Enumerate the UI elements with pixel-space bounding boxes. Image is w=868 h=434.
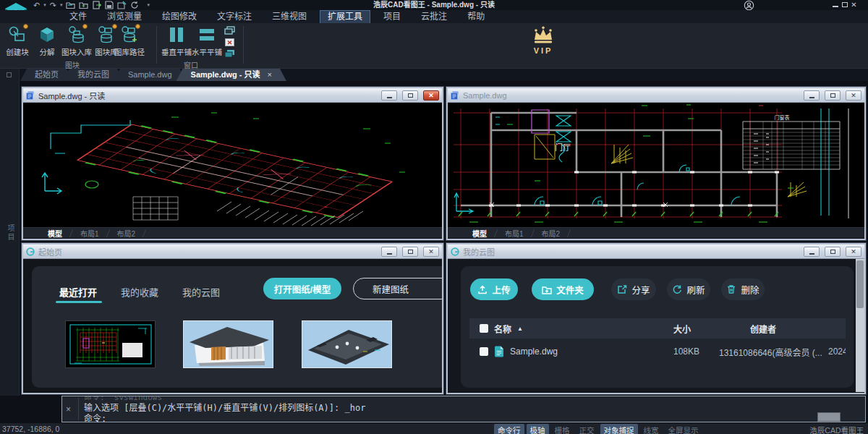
- w2-tab-layout2[interactable]: 布局2: [536, 228, 566, 239]
- w2-title-bar[interactable]: Sample.dwg ✕: [448, 88, 864, 103]
- w3-minimize-icon[interactable]: [381, 247, 397, 257]
- command-window[interactable]: × 命令: _syswindows 输入选项 [层叠(C)/水平平铺(H)/垂直…: [61, 396, 866, 422]
- upload-button[interactable]: 上传: [470, 278, 518, 300]
- create-block-button[interactable]: 创建块: [3, 25, 32, 59]
- w2-restore-icon[interactable]: [825, 90, 841, 101]
- block-to-library-button[interactable]: 图块入库: [62, 25, 91, 59]
- panel-pin-icon[interactable]: [7, 72, 12, 77]
- child-window-sample[interactable]: Sample.dwg ✕ 门窗表: [446, 87, 866, 240]
- menu-text-annotate[interactable]: 文字标注: [210, 11, 259, 23]
- menu-draw-modify[interactable]: 绘图修改: [155, 11, 204, 23]
- command-close-icon[interactable]: ×: [66, 404, 71, 414]
- open-drawing-button[interactable]: 打开图纸/模型: [263, 278, 341, 299]
- dwg-doc-icon: [451, 91, 459, 100]
- cascade-windows-icon[interactable]: [224, 26, 235, 35]
- cad-canvas-axonometric[interactable]: 模型 布局1 布局2: [23, 103, 442, 238]
- project-panel-tab[interactable]: 项目: [5, 224, 16, 242]
- cloud-file-row[interactable]: Sample.dwg 108KB 13161086646(高级会员 (... 2…: [469, 339, 846, 365]
- close-icon[interactable]: ✕: [849, 1, 859, 9]
- quick-access-toolbar: ↶ ▾ ↷ ▾ ▾: [33, 0, 150, 10]
- redo-caret-icon[interactable]: ▾: [60, 1, 63, 9]
- command-scrollbar-thumb[interactable]: [817, 412, 841, 422]
- w2-close-icon[interactable]: ✕: [846, 90, 861, 101]
- w1-tab-layout2[interactable]: 布局2: [111, 228, 142, 239]
- minimize-icon[interactable]: [830, 1, 840, 9]
- w2-tab-model[interactable]: 模型: [467, 228, 493, 239]
- undo-icon[interactable]: ↶: [33, 1, 40, 9]
- account-icon[interactable]: [744, 0, 754, 11]
- menu-project[interactable]: 项目: [376, 11, 408, 23]
- menu-help[interactable]: 帮助: [460, 11, 492, 23]
- toolbar-options-icon[interactable]: ▾: [147, 1, 150, 9]
- toggle-osnap[interactable]: 对象捕捉: [600, 424, 638, 434]
- command-input-line[interactable]: 命令:: [84, 412, 106, 424]
- row-checkbox[interactable]: [480, 347, 488, 356]
- undo-caret-icon[interactable]: ▾: [43, 1, 46, 9]
- menu-cloud-annotate[interactable]: 云批注: [414, 11, 454, 23]
- arrange-icons-icon[interactable]: [224, 49, 235, 59]
- share-button[interactable]: 分享: [611, 278, 656, 300]
- maximize-icon[interactable]: [840, 1, 849, 9]
- recent-thumbnail-model[interactable]: [302, 320, 392, 368]
- cloud-scrollbar-thumb[interactable]: [856, 260, 864, 308]
- toggle-command-line[interactable]: 命令行: [494, 424, 524, 434]
- w4-close-icon[interactable]: ✕: [846, 247, 861, 257]
- w1-minimize-icon[interactable]: [381, 90, 397, 101]
- toggle-fullscreen[interactable]: 全屏显示: [665, 424, 702, 434]
- w3-close-icon[interactable]: ✕: [423, 247, 439, 257]
- menu-extended-tools[interactable]: 扩展工具: [320, 10, 370, 24]
- new-drawing-button[interactable]: 新建图纸: [353, 278, 442, 299]
- redo-icon[interactable]: ↷: [50, 1, 56, 9]
- recent-thumbnail-plan[interactable]: [65, 320, 156, 368]
- menu-browse-measure[interactable]: 浏览测量: [100, 11, 149, 23]
- import-file-icon[interactable]: [79, 1, 88, 9]
- menu-3d-view[interactable]: 三维视图: [265, 11, 314, 23]
- delete-button[interactable]: 删除: [721, 278, 765, 300]
- vip-button[interactable]: VIP: [527, 26, 560, 55]
- cad-canvas-plan[interactable]: 门窗表 门厅 模型 布局1 布局2: [448, 103, 864, 238]
- w1-title-bar[interactable]: Sample.dwg - 只读 ✕: [23, 88, 442, 103]
- refresh-button[interactable]: 刷新: [667, 278, 710, 300]
- menu-file[interactable]: 文件: [62, 11, 94, 23]
- tile-vertical-button[interactable]: 垂直平铺: [162, 25, 191, 59]
- w1-restore-icon[interactable]: [402, 90, 418, 101]
- export-file-icon[interactable]: [92, 1, 101, 9]
- child-window-mycloud[interactable]: 我的云图 ✕ 上传 文件夹 分享: [446, 243, 866, 394]
- toggle-ortho[interactable]: 正交: [576, 424, 598, 434]
- select-all-checkbox[interactable]: [480, 324, 488, 333]
- save-as-icon[interactable]: [117, 1, 127, 9]
- cloud-table-header[interactable]: 名称 ▲ 大小 创建者: [469, 318, 846, 339]
- cloud-scrollbar[interactable]: [856, 259, 864, 392]
- w4-restore-icon[interactable]: [825, 247, 841, 257]
- recent-thumbnail-building[interactable]: [183, 320, 273, 368]
- save-icon[interactable]: [105, 1, 114, 9]
- refresh-file-icon[interactable]: [130, 1, 139, 9]
- toggle-lineweight[interactable]: 线宽: [640, 424, 663, 434]
- explode-button[interactable]: 分解: [33, 25, 61, 59]
- child-window-startpage[interactable]: 起始页 ✕ 最近打开 我的收藏 我的云图 打开图纸/模型 新建图纸: [22, 243, 443, 394]
- w4-minimize-icon[interactable]: [804, 247, 820, 257]
- w3-title-bar[interactable]: 起始页 ✕: [23, 244, 442, 259]
- doc-tab-sample-readonly[interactable]: Sample.dwg - 只读×: [176, 69, 286, 81]
- tab-close-icon[interactable]: ×: [268, 70, 272, 79]
- toggle-polar[interactable]: 极轴: [527, 424, 549, 434]
- toggle-grid[interactable]: 栅格: [551, 424, 574, 434]
- sort-asc-icon[interactable]: ▲: [517, 326, 523, 332]
- tab-my-cloud[interactable]: 我的云图: [182, 285, 220, 299]
- w2-minimize-icon[interactable]: [804, 90, 820, 101]
- w4-title-bar[interactable]: 我的云图 ✕: [448, 244, 864, 259]
- open-file-icon[interactable]: [66, 1, 75, 9]
- tab-my-favorites[interactable]: 我的收藏: [121, 285, 158, 299]
- new-folder-button[interactable]: 文件夹: [532, 278, 594, 300]
- child-window-sample-readonly[interactable]: Sample.dwg - 只读 ✕: [22, 87, 443, 240]
- w1-tab-model[interactable]: 模型: [42, 228, 68, 239]
- w1-tab-layout1[interactable]: 布局1: [75, 228, 105, 239]
- doc-tab-sample[interactable]: Sample.dwg: [114, 69, 187, 81]
- tab-recent-open[interactable]: 最近打开: [59, 285, 97, 299]
- close-all-windows-icon[interactable]: [224, 38, 235, 47]
- w2-tab-layout1[interactable]: 布局1: [499, 228, 529, 239]
- w1-close-icon[interactable]: ✕: [423, 90, 439, 101]
- tile-horizontal-button[interactable]: 水平平铺: [192, 25, 221, 59]
- w3-restore-icon[interactable]: [402, 247, 418, 257]
- library-path-button[interactable]: 图库路径: [109, 25, 137, 59]
